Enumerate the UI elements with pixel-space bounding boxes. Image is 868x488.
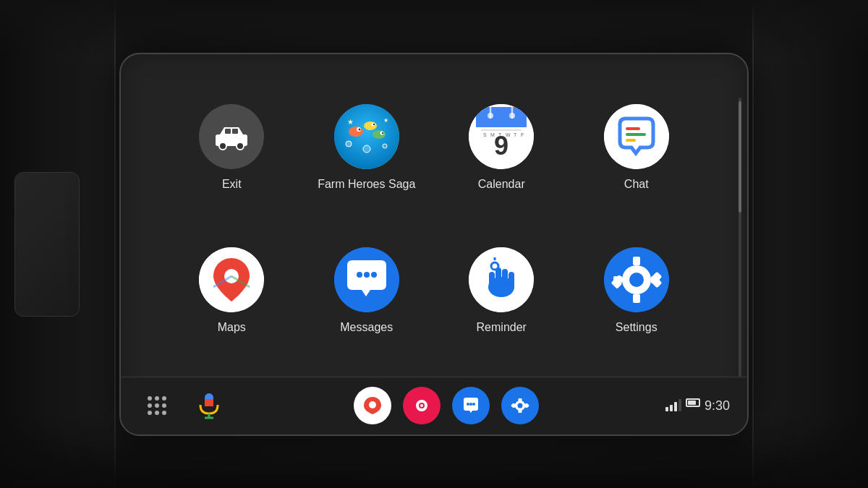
svg-rect-50 [495,267,501,289]
app-item-messages[interactable]: Messages [334,247,399,334]
signal-battery-area [665,399,681,413]
svg-point-6 [349,127,363,137]
grid-dot [148,411,152,415]
svg-text:W: W [506,132,511,137]
taskbar-messages-button[interactable] [452,387,490,424]
svg-point-4 [237,142,244,150]
svg-rect-22 [476,107,527,127]
svg-point-72 [369,401,376,408]
taskbar-music-icon [412,395,432,416]
grid-dot [155,396,159,401]
svg-rect-28 [481,129,522,131]
svg-point-11 [373,123,375,124]
car-armrest [14,172,80,317]
svg-point-78 [472,403,475,406]
chat-label: Chat [624,178,649,191]
svg-text:S: S [483,132,487,137]
messages-icon [334,247,399,312]
farm-heroes-label: Farm Heroes Saga [318,178,415,191]
settings-label: Settings [616,321,658,334]
grid-dot [155,403,159,408]
app-item-farm-heroes[interactable]: ★ ★ Farm Heroes Saga [318,104,415,191]
android-auto-screen: Exit [119,53,749,436]
svg-text:★: ★ [383,117,388,124]
svg-point-88 [518,403,523,408]
svg-rect-38 [626,139,636,142]
app-item-chat[interactable]: Chat [604,104,669,191]
svg-point-75 [420,404,423,407]
signal-bar-4 [678,399,681,411]
signal-bar-3 [674,402,677,411]
calendar-icon: 9 S M T W T F [469,104,534,169]
taskbar-status: 9:30 [665,398,730,414]
svg-point-35 [604,104,669,169]
messages-label: Messages [340,321,393,334]
svg-point-65 [629,273,644,287]
svg-point-14 [382,132,383,133]
car-right-panel [752,0,868,488]
battery-container [686,398,700,407]
app-item-reminder[interactable]: Reminder [469,247,534,334]
grid-dot [162,396,166,401]
svg-text:M: M [490,132,495,137]
grid-dot [148,396,152,401]
signal-bars [665,399,681,411]
app-item-exit[interactable]: Exit [199,104,264,191]
svg-text:T: T [498,132,502,137]
maps-label: Maps [218,321,246,334]
svg-point-5 [334,104,399,169]
microphone-icon [197,392,221,419]
svg-rect-2 [232,129,238,134]
grid-dot [155,411,159,415]
reminder-label: Reminder [477,321,527,334]
app-grid: Exit [121,54,747,377]
exit-icon [199,104,264,169]
svg-point-46 [371,272,377,278]
svg-point-44 [357,272,362,278]
svg-point-8 [358,128,360,130]
exit-label: Exit [222,178,242,191]
svg-point-76 [467,403,469,406]
microphone-button[interactable] [190,387,228,424]
taskbar: 9:30 [121,377,747,435]
svg-point-12 [373,130,386,139]
maps-icon [199,247,264,312]
taskbar-music-button[interactable] [403,387,441,424]
reminder-icon [469,247,534,312]
battery-icon [686,398,700,407]
svg-rect-56 [633,257,640,265]
svg-text:T: T [514,132,517,137]
taskbar-settings-icon [510,395,530,416]
svg-rect-51 [502,269,508,289]
grid-dot [162,411,166,415]
app-item-calendar[interactable]: 9 S M T W T F Calendar [469,104,534,191]
taskbar-left [138,387,228,424]
svg-rect-1 [225,129,231,134]
farm-heroes-icon: ★ ★ [334,104,399,169]
svg-rect-69 [205,403,213,406]
svg-point-77 [469,403,472,406]
launcher-button[interactable] [138,387,176,424]
svg-point-9 [364,121,377,130]
svg-point-16 [383,144,387,148]
grid-dot [148,403,152,408]
grid-dot [162,403,166,408]
svg-text:★: ★ [347,118,354,126]
chat-icon [604,104,669,169]
app-item-maps[interactable]: Maps [199,247,264,334]
taskbar-messages-icon [461,395,481,416]
svg-rect-36 [626,127,640,130]
scrollbar[interactable] [739,98,741,377]
taskbar-maps-icon [362,395,383,416]
taskbar-settings-button[interactable] [501,387,539,424]
svg-rect-49 [489,272,495,291]
taskbar-maps-button[interactable] [354,387,391,424]
app-item-settings[interactable]: Settings [604,247,669,334]
svg-point-45 [364,272,370,278]
taskbar-pinned-apps [237,387,657,424]
svg-text:F: F [521,132,524,137]
settings-icon [604,247,669,312]
scrollbar-thumb [739,101,741,213]
car-left-panel [0,0,116,488]
car-top-panel [0,0,868,58]
